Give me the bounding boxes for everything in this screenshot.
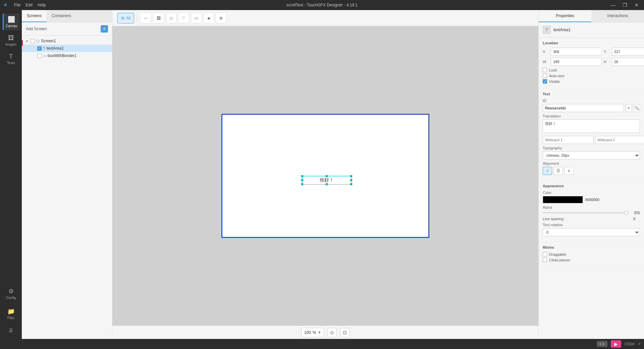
- toolbar-scroll-button[interactable]: ▭: [191, 13, 202, 23]
- wildcard2-input[interactable]: [595, 136, 644, 144]
- minimize-button[interactable]: —: [609, 2, 618, 8]
- visible-checkbox[interactable]: ✓: [543, 79, 547, 84]
- lock-row: Lock: [543, 68, 640, 72]
- config-icon: ⚙: [8, 288, 14, 295]
- images-icon: 🖼: [8, 35, 14, 42]
- text-rotation-select[interactable]: 0: [543, 228, 640, 236]
- menu-edit[interactable]: Edit: [25, 3, 33, 7]
- tree-item-screen1[interactable]: ▾ ◻ Screen1 ▷: [22, 37, 112, 45]
- typography-select[interactable]: chinese, 20px: [543, 151, 640, 159]
- id-label: ID: [543, 99, 640, 103]
- toolbar-image-button[interactable]: 🖼: [153, 13, 164, 23]
- toolbar-container-button[interactable]: ◇: [166, 13, 176, 23]
- alpha-label: Alpha: [543, 205, 640, 209]
- autosize-label: Auto-size: [549, 74, 565, 78]
- code-button[interactable]: < >: [597, 341, 607, 347]
- id-clear-button[interactable]: ✕: [625, 104, 632, 112]
- resize-handle-ml[interactable]: [301, 179, 303, 181]
- resize-handle-tr[interactable]: [350, 175, 352, 177]
- lock-checkbox[interactable]: [543, 68, 547, 72]
- id-input[interactable]: [543, 104, 624, 112]
- tree-checkbox-textarea1[interactable]: ✓: [37, 46, 42, 51]
- align-right-button[interactable]: ≡: [564, 167, 574, 175]
- id-search-button[interactable]: 🔍: [633, 104, 640, 112]
- align-left-button[interactable]: ≡: [543, 167, 552, 175]
- tree-item-textarea1[interactable]: ✓ T textArea1: [22, 45, 112, 52]
- tree-checkbox-box[interactable]: [37, 54, 42, 58]
- clicklistener-checkbox[interactable]: [543, 258, 547, 262]
- draggable-checkbox[interactable]: [543, 252, 547, 256]
- play-button[interactable]: ▶: [611, 340, 621, 348]
- nav-texts-label: Texts: [7, 61, 15, 65]
- h-input[interactable]: [612, 58, 644, 66]
- appearance-title: Appearance: [543, 184, 640, 188]
- app-logo: ✕: [3, 2, 7, 8]
- tree-item-boxwithborder1[interactable]: ▭ boxWithBorder1: [22, 52, 112, 59]
- y-input[interactable]: [612, 48, 644, 56]
- tab-interactions[interactable]: Interactions: [591, 10, 644, 22]
- align-center-button[interactable]: ☰: [553, 167, 563, 175]
- tree-label-box: boxWithBorder1: [48, 53, 109, 58]
- build-label: CSD#: [625, 342, 634, 346]
- toolbar-3d-button[interactable]: ◈: [204, 13, 214, 23]
- canvas-viewport[interactable]: 你好！: [112, 26, 538, 326]
- maximize-button[interactable]: ❐: [621, 2, 629, 8]
- tree-label-textarea1: textArea1: [47, 46, 109, 51]
- clicklistener-label: ClickListener: [549, 258, 570, 262]
- resize-handle-br[interactable]: [350, 183, 352, 185]
- nav-bottom-icon[interactable]: ☰: [9, 326, 13, 336]
- toolbar-more-button[interactable]: ⊕: [216, 13, 226, 23]
- toolbar-all-button[interactable]: ⊞ All: [117, 13, 134, 23]
- resize-handle-bl[interactable]: [301, 183, 303, 185]
- nav-files[interactable]: 📁 Files: [3, 305, 19, 322]
- resize-handle-tm[interactable]: [326, 175, 328, 177]
- appearance-section: Appearance Color #000000 Alpha 255 Line …: [539, 181, 644, 242]
- tab-screens[interactable]: Screens: [22, 10, 47, 22]
- 3d-icon: ◈: [207, 16, 210, 20]
- toolbar-interaction-button[interactable]: ↔: [140, 13, 151, 23]
- wildcard1-input[interactable]: [543, 136, 594, 144]
- line-spacing-label: Line spacing: [543, 217, 631, 221]
- tab-containers[interactable]: Containers: [47, 10, 76, 22]
- alpha-slider-track[interactable]: [543, 212, 629, 213]
- menu-file[interactable]: File: [14, 3, 20, 7]
- nav-texts[interactable]: T Texts: [3, 50, 19, 67]
- color-swatch[interactable]: [543, 196, 583, 203]
- scroll-icon: ▭: [195, 16, 198, 20]
- nav-config[interactable]: ⚙ Config: [3, 285, 19, 302]
- location-title: Location: [543, 41, 640, 45]
- autosize-row: Auto-size: [543, 73, 640, 78]
- color-label: Color: [543, 191, 640, 195]
- text-element-textarea1[interactable]: 你好！: [302, 176, 352, 185]
- nav-canvas[interactable]: ⬜ Canvas: [3, 13, 19, 30]
- add-screen-bar: Add Screen +: [22, 22, 112, 36]
- wh-row: W H: [543, 58, 640, 66]
- textarea-icon: T: [43, 46, 45, 50]
- resize-handle-bm[interactable]: [326, 183, 328, 185]
- menu-help[interactable]: Help: [38, 3, 46, 7]
- draggable-label: Draggable: [549, 252, 566, 256]
- translation-textarea[interactable]: 你好！: [543, 119, 640, 133]
- tree-checkbox-screen1[interactable]: [31, 39, 35, 43]
- tab-properties[interactable]: Properties: [539, 10, 591, 22]
- visible-label: Visible: [549, 80, 560, 84]
- w-input[interactable]: [551, 58, 602, 66]
- fit-screen-button[interactable]: ⊙: [327, 328, 337, 337]
- tree-arrow-box: [31, 53, 36, 58]
- add-screen-button[interactable]: +: [101, 25, 108, 33]
- x-input[interactable]: [551, 48, 602, 56]
- alpha-slider-thumb[interactable]: [624, 211, 628, 215]
- xy-row: X Y: [543, 48, 640, 56]
- toolbar-shape-button[interactable]: ♡: [178, 13, 189, 23]
- resize-handle-mr[interactable]: [350, 179, 352, 181]
- text-rotation-label: Text rotation: [543, 223, 640, 227]
- screen-frame: 你好！: [221, 114, 429, 238]
- autosize-checkbox[interactable]: [543, 73, 547, 78]
- resize-handle-tl[interactable]: [301, 175, 303, 177]
- line-spacing-row: Line spacing 0: [543, 217, 640, 221]
- clicklistener-row: ClickListener: [543, 258, 640, 262]
- crop-button[interactable]: ⊡: [340, 328, 350, 337]
- nav-images[interactable]: 🖼 Images: [3, 32, 19, 49]
- zoom-select[interactable]: 100 % ▼: [301, 328, 324, 337]
- close-button[interactable]: ✕: [633, 2, 641, 8]
